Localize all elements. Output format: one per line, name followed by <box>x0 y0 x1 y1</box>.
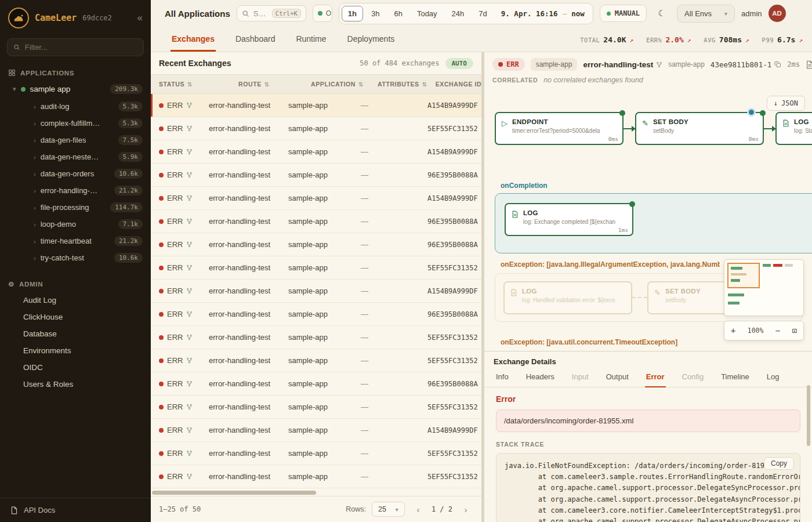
api-docs-link[interactable]: API Docs <box>0 498 151 522</box>
column-header[interactable]: APPLICATION ⇅ <box>303 81 369 88</box>
table-row[interactable]: ERR error-handling-test sample-app — 5EF… <box>151 396 481 419</box>
status-label: ERR <box>167 171 183 179</box>
table-row[interactable]: ERR error-handling-test sample-app — 5EF… <box>151 326 481 349</box>
sidebar-route-item[interactable]: › timer-heartbeat 21.2k <box>0 233 151 249</box>
flow-canvas[interactable]: ↓ JSON ▷ ENDPOINT timer:errorTest?period… <box>484 89 812 351</box>
table-row[interactable]: ERR error-handling-test sample-app — 5EF… <box>151 442 481 465</box>
table-row[interactable]: ERR error-handling-test sample-app — A15… <box>151 280 481 303</box>
dark-mode-toggle[interactable]: ☾ <box>653 5 670 22</box>
details-tab[interactable]: Log <box>766 369 781 387</box>
vertical-scrollbar-thumb[interactable] <box>807 385 810 446</box>
details-tab[interactable]: Input <box>571 369 590 387</box>
flow-minimap[interactable] <box>724 259 804 316</box>
details-tab[interactable]: Info <box>495 369 510 387</box>
environment-select[interactable]: All Envs ▾ <box>677 5 735 23</box>
details-tab[interactable]: Output <box>605 369 630 387</box>
rows-per-page-select[interactable]: 25 ▾ <box>372 502 405 517</box>
table-row[interactable]: ERR error-handling-test sample-app — 96E… <box>151 164 481 187</box>
nav-tab[interactable]: Dashboard <box>234 28 277 52</box>
time-range-button[interactable]: 3h <box>365 6 386 21</box>
time-range-button[interactable]: 6h <box>387 6 408 21</box>
sidebar-route-item[interactable]: › error-handling-… 21.2k <box>0 182 151 199</box>
details-tab[interactable]: Headers <box>525 369 556 387</box>
time-range-group: 1h 3h 6h Today 24h 7d 9. Apr. 16:16 — <box>339 3 593 24</box>
sidebar-route-item[interactable]: › complex-fulfillm… 5.3k <box>0 115 151 132</box>
exchange-id-cell: 5EF55FC31352 <box>419 449 481 458</box>
details-tab[interactable]: Config <box>681 369 705 387</box>
live-toggle[interactable]: O <box>313 5 332 22</box>
table-row[interactable]: ERR error-handling-test sample-app — 5EF… <box>151 465 481 488</box>
table-row[interactable]: ERR error-handling-test sample-app — 5EF… <box>151 117 481 140</box>
chevron-right-icon: › <box>34 154 36 161</box>
flow-node-setbody[interactable]: ✎ SET BODY setBody 0ms <box>635 112 764 145</box>
sidebar-item-sample-app[interactable]: ▾ sample app 209.3k <box>0 80 151 98</box>
column-header[interactable]: ROUTE ⇅ <box>230 81 303 88</box>
collapse-sidebar-icon[interactable]: « <box>137 12 143 24</box>
sidebar-admin-item[interactable]: Users & Roles <box>0 376 151 393</box>
nav-tab[interactable]: Exchanges <box>171 28 216 52</box>
copy-icon[interactable] <box>774 61 781 68</box>
sidebar-route-item[interactable]: › try-catch-test 10.6k <box>0 249 151 266</box>
flow-node-log[interactable]: LOG log: Sta <box>775 112 812 145</box>
nav-tab[interactable]: Runtime <box>295 28 327 52</box>
next-page-button[interactable]: › <box>458 502 473 517</box>
flow-node-exception-log[interactable]: LOG log: Handled validation error: ${exc… <box>503 281 632 314</box>
flow-node-exception-setbody[interactable]: ✎ SET BODY setBody <box>647 281 728 314</box>
zoom-in-button[interactable]: + <box>731 326 735 335</box>
sidebar-route-item[interactable]: › data-gen-files 7.5k <box>0 132 151 148</box>
global-search[interactable]: S… Ctrl+K <box>237 5 306 21</box>
column-header[interactable]: EXCHANGE ID ⇅ <box>427 81 490 88</box>
route-name[interactable]: error-handling-test <box>583 60 662 69</box>
time-range-button[interactable]: 7d <box>472 6 493 21</box>
sidebar-admin-item[interactable]: Environments <box>0 342 151 359</box>
manual-refresh-button[interactable]: MANUAL <box>600 5 647 22</box>
route-cell: error-handling-test <box>201 263 280 272</box>
nav-tab[interactable]: Deployments <box>346 28 396 52</box>
details-tab[interactable]: Timeline <box>720 369 751 387</box>
table-row[interactable]: ERR error-handling-test sample-app — A15… <box>151 419 481 442</box>
exchange-id-cell: A154B9A999DF <box>419 287 481 295</box>
sidebar-admin-item[interactable]: Database <box>0 325 151 342</box>
document-icon[interactable] <box>806 60 812 69</box>
table-row[interactable]: ERR error-handling-test sample-app — A15… <box>151 140 481 164</box>
application-badge[interactable]: sample-app <box>531 58 578 71</box>
table-row[interactable]: ERR error-handling-test sample-app — 5EF… <box>151 256 481 280</box>
sidebar-admin-item[interactable]: OIDC <box>0 359 151 376</box>
table-row[interactable]: ERR error-handling-test sample-app — A15… <box>151 187 481 210</box>
table-row[interactable]: ERR error-handling-test sample-app — 5EF… <box>151 349 481 372</box>
time-range-button[interactable]: 24h <box>445 6 471 21</box>
details-tab[interactable]: Error <box>645 369 666 387</box>
auto-refresh-badge[interactable]: AUTO <box>445 58 474 69</box>
sidebar-admin-item[interactable]: Audit Log <box>0 292 151 309</box>
column-header[interactable]: ATTRIBUTES ⇅ <box>369 81 427 88</box>
sidebar-route-item[interactable]: › audit-log 5.3k <box>0 98 151 115</box>
time-range-button[interactable]: 1h <box>342 6 363 21</box>
copy-stack-trace-button[interactable]: Copy <box>764 457 794 470</box>
table-row[interactable]: ERR error-handling-test sample-app — 96E… <box>151 233 481 256</box>
table-row[interactable]: ERR error-handling-test sample-app — 96E… <box>151 210 481 233</box>
table-row[interactable]: ERR error-handling-test sample-app — 96E… <box>151 372 481 396</box>
flow-node-endpoint[interactable]: ▷ ENDPOINT timer:errorTest?period=5000&d… <box>495 112 624 145</box>
filter-input[interactable] <box>25 43 137 52</box>
sidebar-route-item[interactable]: › loop-demo 7.1k <box>0 216 151 233</box>
download-json-button[interactable]: ↓ JSON <box>767 96 805 111</box>
table-row[interactable]: ERR error-handling-test sample-app — 96E… <box>151 303 481 326</box>
zoom-fit-button[interactable]: ⊡ <box>792 326 797 335</box>
applications-label: APPLICATIONS <box>20 70 74 77</box>
column-header[interactable]: STATUS ⇅ <box>151 81 230 88</box>
time-range-button[interactable]: Today <box>411 6 444 21</box>
avatar[interactable]: AD <box>768 5 786 22</box>
sidebar-admin-item[interactable]: ClickHouse <box>0 309 151 325</box>
flow-node-completion-log[interactable]: LOG log: Exchange completed [${exchan 1m… <box>505 203 633 236</box>
prev-page-button[interactable]: ‹ <box>411 502 426 517</box>
sidebar-route-item[interactable]: › data-gen-orders 10.6k <box>0 165 151 182</box>
scrollbar-thumb[interactable] <box>152 491 316 495</box>
app-version: 69dcce2 <box>82 14 112 22</box>
zoom-out-button[interactable]: − <box>775 326 780 335</box>
sidebar-filter[interactable] <box>7 38 144 56</box>
horizontal-scrollbar[interactable] <box>151 490 481 496</box>
table-row[interactable]: ERR error-handling-test sample-app — A15… <box>151 94 481 117</box>
sidebar-route-item[interactable]: › data-gen-neste… 5.9k <box>0 148 151 165</box>
sidebar-route-item[interactable]: › file-processing 114.7k <box>0 199 151 216</box>
date-range[interactable]: 9. Apr. 16:16 — now <box>501 9 585 18</box>
